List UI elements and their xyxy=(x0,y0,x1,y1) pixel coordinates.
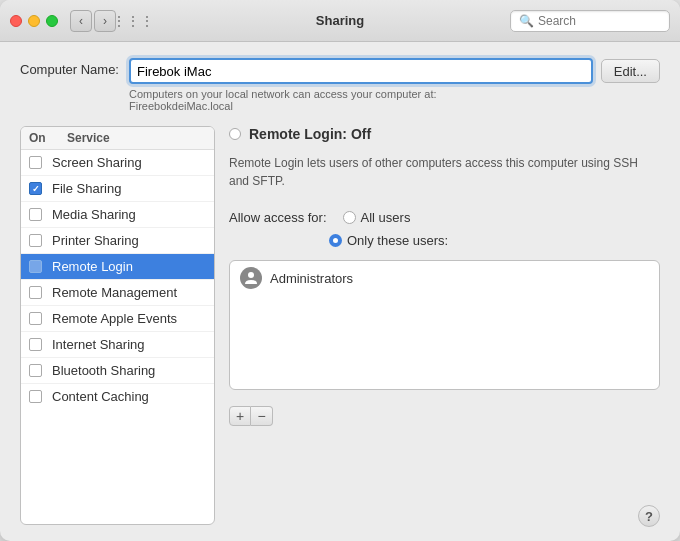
user-avatar xyxy=(240,267,262,289)
traffic-lights xyxy=(10,15,58,27)
service-name-bluetooth-sharing: Bluetooth Sharing xyxy=(52,363,155,378)
checkbox-printer-sharing[interactable] xyxy=(29,234,42,247)
service-list-container: On Service Screen Sharing File Sharing M… xyxy=(20,126,215,525)
computer-name-label: Computer Name: xyxy=(20,58,119,77)
service-item-content-caching[interactable]: Content Caching xyxy=(21,384,214,409)
service-name-file-sharing: File Sharing xyxy=(52,181,121,196)
add-user-button[interactable]: + xyxy=(229,406,251,426)
checkbox-bluetooth-sharing[interactable] xyxy=(29,364,42,377)
search-icon: 🔍 xyxy=(519,14,534,28)
back-button[interactable]: ‹ xyxy=(70,10,92,32)
checkbox-remote-management[interactable] xyxy=(29,286,42,299)
service-item-media-sharing[interactable]: Media Sharing xyxy=(21,202,214,228)
svg-point-0 xyxy=(248,272,254,278)
service-list-header: On Service xyxy=(21,127,214,150)
service-name-printer-sharing: Printer Sharing xyxy=(52,233,139,248)
radio-all-users-btn[interactable] xyxy=(343,211,356,224)
radio-only-these-label: Only these users: xyxy=(347,233,448,248)
service-item-bluetooth-sharing[interactable]: Bluetooth Sharing xyxy=(21,358,214,384)
access-for-row: Allow access for: All users xyxy=(229,210,660,225)
users-list-item[interactable]: Administrators xyxy=(230,261,659,295)
service-description: Remote Login lets users of other compute… xyxy=(229,154,660,190)
grid-button[interactable]: ⋮⋮⋮ xyxy=(122,10,144,32)
checkbox-file-sharing[interactable] xyxy=(29,182,42,195)
service-item-file-sharing[interactable]: File Sharing xyxy=(21,176,214,202)
checkbox-internet-sharing[interactable] xyxy=(29,338,42,351)
checkbox-content-caching[interactable] xyxy=(29,390,42,403)
maximize-button[interactable] xyxy=(46,15,58,27)
radio-all-users-label: All users xyxy=(361,210,411,225)
edit-button[interactable]: Edit... xyxy=(601,59,660,83)
checkbox-screen-sharing[interactable] xyxy=(29,156,42,169)
service-name-remote-management: Remote Management xyxy=(52,285,177,300)
users-list-container: Administrators xyxy=(229,260,660,390)
service-status-text: Remote Login: Off xyxy=(249,126,371,142)
main-panel: On Service Screen Sharing File Sharing M… xyxy=(20,126,660,525)
service-name-remote-login: Remote Login xyxy=(52,259,133,274)
right-panel: Remote Login: Off Remote Login lets user… xyxy=(229,126,660,525)
service-item-screen-sharing[interactable]: Screen Sharing xyxy=(21,150,214,176)
help-button[interactable]: ? xyxy=(638,505,660,527)
computer-name-sub: Computers on your local network can acce… xyxy=(129,88,660,112)
list-controls: + − xyxy=(229,406,660,426)
service-item-remote-apple-events[interactable]: Remote Apple Events xyxy=(21,306,214,332)
access-section: Allow access for: All users Only these u… xyxy=(229,210,660,248)
radio-only-these[interactable]: Only these users: xyxy=(329,233,660,248)
service-name-internet-sharing: Internet Sharing xyxy=(52,337,145,352)
access-for-label: Allow access for: xyxy=(229,210,327,225)
service-name-screen-sharing: Screen Sharing xyxy=(52,155,142,170)
computer-name-input-row: Edit... xyxy=(129,58,660,84)
radio-only-these-btn[interactable] xyxy=(329,234,342,247)
service-name-remote-apple-events: Remote Apple Events xyxy=(52,311,177,326)
computer-name-input[interactable] xyxy=(129,58,593,84)
close-button[interactable] xyxy=(10,15,22,27)
radio-all-users[interactable]: All users xyxy=(343,210,411,225)
user-name: Administrators xyxy=(270,271,353,286)
service-item-printer-sharing[interactable]: Printer Sharing xyxy=(21,228,214,254)
titlebar: ‹ › ⋮⋮⋮ Sharing 🔍 xyxy=(0,0,680,42)
checkbox-remote-apple-events[interactable] xyxy=(29,312,42,325)
computer-name-right: Edit... Computers on your local network … xyxy=(129,58,660,112)
search-bar[interactable]: 🔍 xyxy=(510,10,670,32)
nav-buttons: ‹ › xyxy=(70,10,116,32)
window-title: Sharing xyxy=(316,13,364,28)
minimize-button[interactable] xyxy=(28,15,40,27)
remove-user-button[interactable]: − xyxy=(251,406,273,426)
col-service-header: Service xyxy=(67,131,206,145)
search-input[interactable] xyxy=(538,14,661,28)
service-name-media-sharing: Media Sharing xyxy=(52,207,136,222)
service-item-remote-management[interactable]: Remote Management xyxy=(21,280,214,306)
service-item-internet-sharing[interactable]: Internet Sharing xyxy=(21,332,214,358)
checkbox-remote-login[interactable] xyxy=(29,260,42,273)
service-item-remote-login[interactable]: Remote Login xyxy=(21,254,214,280)
computer-name-section: Computer Name: Edit... Computers on your… xyxy=(20,58,660,112)
content-area: Computer Name: Edit... Computers on your… xyxy=(0,42,680,541)
checkbox-media-sharing[interactable] xyxy=(29,208,42,221)
col-on-header: On xyxy=(29,131,57,145)
service-name-content-caching: Content Caching xyxy=(52,389,149,404)
window: ‹ › ⋮⋮⋮ Sharing 🔍 Computer Name: Edit...… xyxy=(0,0,680,541)
status-radio-off xyxy=(229,128,241,140)
service-status-row: Remote Login: Off xyxy=(229,126,660,142)
